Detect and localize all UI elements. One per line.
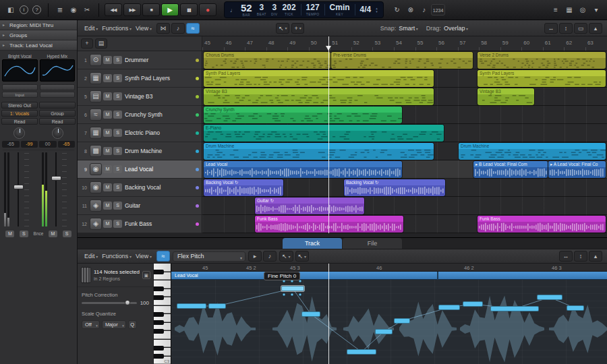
pause-button[interactable]: ▮▮ — [180, 3, 198, 16]
scale-root-dropdown[interactable]: Off — [82, 320, 100, 329]
solo-button[interactable]: S — [113, 220, 122, 228]
forward-button[interactable]: ▶▶ — [123, 3, 141, 16]
solo-button[interactable]: S — [63, 231, 71, 237]
solo-button[interactable]: S — [113, 56, 122, 64]
flex-pitch-note[interactable] — [438, 305, 460, 310]
region[interactable]: ▸ B Lead Vocal: Final Com — [473, 161, 548, 178]
browsers-icon[interactable]: ◎ — [576, 4, 589, 16]
region[interactable]: E-Piano — [204, 125, 444, 142]
mute-button[interactable]: M — [49, 231, 57, 237]
stop-button[interactable]: ■ — [142, 3, 160, 16]
vertical-zoom-icon[interactable]: ↕ — [574, 251, 587, 262]
cycle-icon[interactable]: ↻ — [391, 4, 404, 16]
flex-pitch-note[interactable] — [567, 305, 584, 311]
midi-in-icon[interactable]: ♪ — [263, 251, 277, 262]
flex-pitch-note[interactable] — [463, 301, 483, 307]
mute-button[interactable]: M — [103, 220, 112, 228]
flex-pitch-note[interactable] — [281, 286, 304, 291]
solo-button[interactable]: S — [113, 111, 122, 119]
smart-controls-icon[interactable]: ◉ — [67, 4, 80, 16]
track-lane[interactable]: Crunchy Synth — [202, 106, 607, 124]
flex-pitch-note[interactable] — [537, 295, 562, 300]
chevron-down-icon[interactable]: ▾ — [589, 4, 603, 16]
region[interactable]: Chorus Drums — [204, 52, 330, 69]
crossfade-tool-icon[interactable]: ⋈ — [156, 23, 170, 34]
region[interactable]: Drum Machine — [204, 143, 434, 160]
region[interactable]: Lead Vocal — [204, 161, 402, 178]
editor-region-bar[interactable]: Lead Vocal — [171, 272, 607, 280]
flex-icon[interactable]: ≈ — [156, 251, 170, 262]
list-editors-icon[interactable]: ≡ — [549, 4, 562, 16]
track-header[interactable]: 11◈MSGuitar — [78, 197, 202, 215]
region[interactable]: Backing Vocal ↻ — [204, 179, 283, 196]
solo-button[interactable]: S — [113, 202, 122, 210]
volume-value-right[interactable]: 00 — [39, 141, 57, 148]
note-handle[interactable] — [299, 280, 301, 282]
pan-knob-left[interactable] — [13, 127, 25, 139]
replace-icon[interactable]: ⊗ — [404, 4, 417, 16]
flex-pitch-note[interactable] — [208, 303, 226, 309]
editor-ruler[interactable]: 4545 245 34646 246 3 — [171, 264, 607, 272]
collapse-icon[interactable]: ▴ — [589, 251, 602, 262]
flex-pitch-note[interactable] — [177, 303, 206, 309]
track-lane[interactable]: Vintage B3Vintage B3 — [202, 88, 607, 106]
mute-button[interactable]: M — [103, 56, 112, 64]
piano-key-black[interactable] — [154, 346, 164, 351]
midi-in-icon[interactable]: ♪ — [171, 23, 185, 34]
region[interactable]: Vintage B3 — [204, 88, 434, 105]
horizontal-zoom-icon[interactable]: ▭ — [574, 23, 587, 34]
mute-button[interactable]: M — [103, 111, 112, 119]
region[interactable]: Crunchy Synth — [204, 107, 402, 123]
region[interactable]: Drum Machine — [459, 143, 606, 160]
inspector-toggle-icon[interactable]: ◧ — [4, 4, 18, 16]
peak-value-left[interactable]: -99 — [21, 141, 38, 148]
region[interactable]: Backing Vocal ↻ — [344, 179, 445, 196]
region[interactable]: Pre-verse Drums — [331, 52, 473, 69]
track-lane[interactable]: Funk BassFunk Bass — [202, 215, 607, 233]
piano-key-black[interactable] — [154, 329, 164, 334]
playhead[interactable] — [328, 36, 329, 233]
collapse-tracks-icon[interactable]: ▴ — [589, 23, 602, 34]
patch-left[interactable]: Bright Vocal — [2, 53, 38, 82]
pitch-correction-slider[interactable] — [82, 302, 137, 304]
flex-icon[interactable]: ≈ — [186, 23, 200, 34]
catch-playhead-icon[interactable]: ▸ — [248, 251, 262, 262]
menu-functions[interactable]: Functions — [100, 25, 134, 32]
solo-button[interactable]: S — [113, 129, 122, 137]
mute-button[interactable]: M — [103, 92, 112, 100]
flex-pitch-canvas[interactable]: 4545 245 34646 246 3 Lead Vocal Fine Pit… — [171, 264, 607, 364]
peak-value-right[interactable]: -65 — [58, 141, 76, 148]
note-handle[interactable] — [299, 293, 301, 296]
track-header[interactable]: 1⊙MSDrummer — [78, 51, 202, 69]
piano-key-black[interactable] — [154, 312, 164, 317]
help-icon[interactable]: ? — [32, 5, 41, 14]
snap-menu[interactable]: Smart — [399, 25, 418, 32]
slider-knob[interactable] — [125, 300, 130, 305]
note-handle[interactable] — [291, 293, 293, 296]
mute-button[interactable]: M — [103, 74, 112, 82]
editors-icon[interactable]: ✂ — [80, 4, 94, 16]
track-lane[interactable]: Drum MachineDrum Machine — [202, 142, 607, 160]
left-click-tool[interactable]: ↖▾ — [279, 251, 293, 262]
timesig-steppers[interactable]: ▴▾ — [376, 7, 378, 13]
piano-key-black[interactable] — [154, 270, 164, 274]
add-track-button[interactable]: + — [81, 38, 93, 49]
track-lane[interactable]: Chorus DrumsPre-verse DrumsVerse 2 Drums — [202, 51, 607, 69]
solo-button[interactable]: S — [113, 147, 122, 155]
group-slot-blank[interactable] — [39, 102, 76, 109]
duplicate-track-button[interactable]: ▤ — [95, 38, 107, 49]
lcd-display[interactable]: ♩ 52BAR 3BEAT 3DIV 202TICK 127TEMPO Cmin… — [224, 1, 384, 18]
patch-right[interactable]: Hyped Mix — [40, 53, 76, 82]
track-header[interactable]: 12◈MSFunk Bass — [78, 215, 202, 233]
editor-menu-edit[interactable]: Edit — [82, 253, 100, 260]
track-header[interactable]: 7▦MSElectric Piano — [78, 124, 202, 142]
play-button[interactable]: ▶ — [161, 3, 179, 16]
quick-help-icon[interactable]: i — [20, 5, 28, 14]
track-header[interactable]: 10◉MSBacking Vocal — [78, 179, 202, 197]
piano-key-black[interactable] — [154, 295, 164, 300]
flex-pitch-note[interactable] — [490, 306, 539, 311]
flex-pitch-note[interactable] — [301, 311, 320, 317]
track-lane[interactable]: Lead Vocal▸ B Lead Vocal: Final Com▸ A L… — [202, 160, 607, 179]
region[interactable]: Funk Bass — [478, 216, 606, 233]
solo-button[interactable]: S — [20, 231, 28, 237]
